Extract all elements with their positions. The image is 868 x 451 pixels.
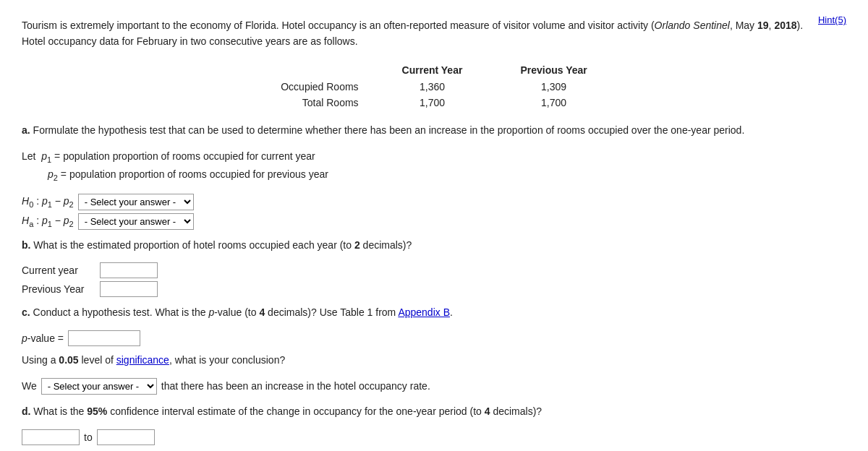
row-total-current: 1,700 — [373, 95, 492, 111]
conclusion-row: We - Select your answer - reject H₀ do n… — [22, 378, 846, 395]
let-section: Let p1 = population proportion of rooms … — [22, 148, 846, 185]
pvalue-row: p-value = — [22, 330, 846, 346]
we-label: We — [22, 380, 37, 392]
previous-year-row: Previous Year — [22, 281, 846, 297]
pvalue-label: p-value = — [22, 332, 64, 344]
appendix-b-link[interactable]: Appendix B — [398, 306, 450, 318]
pvalue-input[interactable] — [68, 330, 140, 346]
row-total-label: Total Rooms — [252, 95, 373, 111]
row-occupied-previous: 1,309 — [491, 79, 616, 95]
data-table: Current Year Previous Year Occupied Room… — [252, 61, 616, 111]
ha-select[interactable]: - Select your answer - = 0 ≤ 0 ≥ 0 < 0 >… — [78, 213, 194, 230]
let-p1: Let p1 = population proportion of rooms … — [22, 148, 846, 166]
section-c-label: c. — [22, 306, 30, 318]
row-occupied-label: Occupied Rooms — [252, 79, 373, 95]
section-a: a. Formulate the hypothesis test that ca… — [22, 122, 846, 139]
current-year-label: Current year — [22, 265, 94, 276]
table-row: Occupied Rooms 1,360 1,309 — [252, 79, 616, 95]
col-empty — [252, 61, 373, 79]
conclusion-text: that there has been an increase in the h… — [161, 380, 430, 392]
h0-label: H0 : p1 − p2 — [22, 195, 74, 209]
col-previous-year: Previous Year — [491, 61, 616, 79]
ci-row: to — [22, 429, 846, 445]
section-a-label: a. — [22, 124, 30, 136]
row-occupied-current: 1,360 — [373, 79, 492, 95]
row-total-previous: 1,700 — [491, 95, 616, 111]
section-c-text: Conduct a hypothesis test. What is the p… — [33, 306, 453, 318]
col-current-year: Current Year — [373, 61, 492, 79]
previous-year-label: Previous Year — [22, 283, 94, 295]
to-label: to — [84, 431, 93, 443]
section-c: c. Conduct a hypothesis test. What is th… — [22, 304, 846, 322]
current-year-input[interactable] — [100, 262, 158, 278]
ci-upper-input[interactable] — [97, 429, 155, 445]
section-d-label: d. — [22, 405, 30, 417]
significance-section: Using a 0.05 level of significance, what… — [22, 352, 846, 369]
h0-select[interactable]: - Select your answer - = 0 ≤ 0 ≥ 0 < 0 >… — [78, 194, 194, 210]
conclusion-select[interactable]: - Select your answer - reject H₀ do not … — [41, 378, 157, 395]
hint-link[interactable]: Hint(5) — [818, 14, 846, 25]
ci-lower-input[interactable] — [22, 429, 80, 445]
current-year-row: Current year — [22, 262, 846, 278]
ha-label: Ha : p1 − p2 — [22, 215, 74, 228]
section-a-text: Formulate the hypothesis test that can b… — [33, 124, 745, 136]
section-d: d. What is the 95% confidence interval e… — [22, 403, 846, 421]
h0-row: H0 : p1 − p2 - Select your answer - = 0 … — [22, 194, 846, 210]
significance-link[interactable]: significance — [116, 354, 169, 366]
table-row: Total Rooms 1,700 1,700 — [252, 95, 616, 111]
section-d-text: What is the 95% confidence interval esti… — [33, 405, 542, 417]
previous-year-input[interactable] — [100, 281, 158, 297]
ha-row: Ha : p1 − p2 - Select your answer - = 0 … — [22, 213, 846, 230]
section-b-text: What is the estimated proportion of hote… — [33, 239, 412, 251]
intro-paragraph: Tourism is extremely important to the ec… — [22, 17, 846, 50]
section-b: b. What is the estimated proportion of h… — [22, 237, 846, 254]
section-b-label: b. — [22, 239, 30, 251]
let-p2: p2 = population proportion of rooms occu… — [22, 166, 846, 184]
